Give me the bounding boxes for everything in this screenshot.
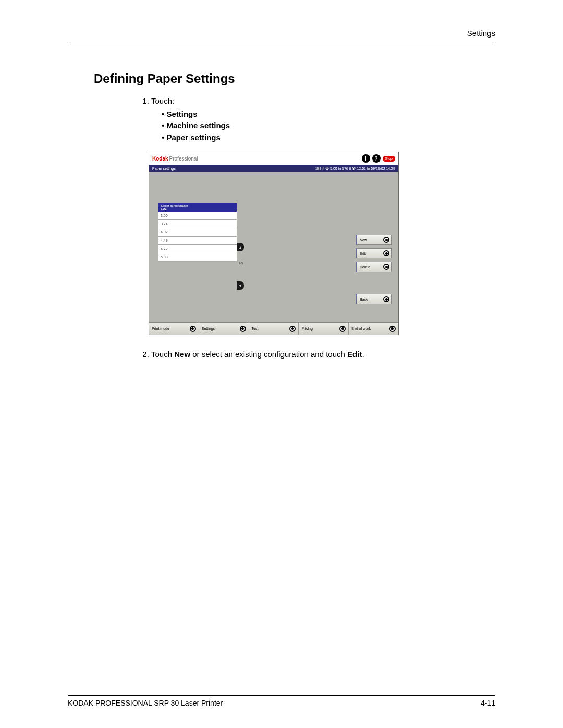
config-row[interactable]: 4.49 [158,237,237,245]
print-mode-label: Print mode [152,327,169,330]
config-row[interactable]: 4.72 [158,245,237,253]
page-footer: KODAK PROFESSIONAL SRP 30 Laser Printer … [68,695,495,707]
header-rule [68,45,495,45]
touch-path-item: Settings [162,108,495,120]
radio-icon [240,326,246,332]
page-header-section: Settings [68,29,495,38]
footer-page-number: 4-11 [481,699,495,707]
step-2-text-a: Touch [151,350,174,359]
brand-professional: Professional [169,156,198,162]
test-button[interactable]: Test [249,323,299,335]
page-indicator: 1/3 [239,262,243,265]
bottom-nav: Print mode Settings Test Pricing End of … [149,322,398,335]
edit-button[interactable]: Edit [356,248,392,258]
footer-product: KODAK PROFESSIONAL SRP 30 Laser Printer [68,699,223,707]
step-2-bold-edit: Edit [347,350,362,359]
help-icon[interactable]: ? [372,154,381,163]
info-icon[interactable]: i [362,154,370,163]
pricing-label: Pricing [301,327,312,330]
end-of-work-button[interactable]: End of work [349,323,398,335]
status-bar: Paper settings 183 ft ⦿ 5.00 in 176 ft ⦿… [149,165,398,172]
embedded-screenshot: Kodak Professional i ? Stop Paper settin… [149,152,399,335]
step-2-text-c: . [362,350,364,359]
new-button-label: New [360,238,367,242]
config-list: Select configuration 3.23 3.50 3.74 4.02… [158,203,237,262]
config-row[interactable]: 3.50 [158,212,237,220]
step-1-lead: Touch: [151,96,174,105]
step-2-bold-new: New [174,350,190,359]
edit-button-label: Edit [360,252,366,255]
status-title: Paper settings [152,167,176,170]
delete-button-label: Delete [360,265,370,269]
step-2: Touch New or select an existing configur… [151,350,495,359]
status-readout: 183 ft ⦿ 5.00 in 176 ft ⦿ 12.01 in 09/19… [315,167,395,170]
back-button-label: Back [360,298,368,301]
pricing-button[interactable]: Pricing [299,323,349,335]
radio-icon [289,326,296,332]
scroll-down-icon[interactable]: ▼ [237,281,244,290]
print-mode-button[interactable]: Print mode [149,323,199,335]
config-row[interactable]: 3.74 [158,220,237,228]
config-selected-value[interactable]: 3.23 [161,207,235,211]
scroll-up-icon[interactable]: ▲ [237,243,244,251]
titlebar: Kodak Professional i ? Stop [149,152,398,165]
new-button[interactable]: New [356,235,392,245]
radio-icon [190,326,196,332]
brand-kodak: Kodak [152,156,168,162]
end-of-work-label: End of work [351,327,371,330]
radio-icon [339,326,346,332]
settings-label: Settings [202,327,215,330]
stop-button[interactable]: Stop [383,156,395,162]
step-2-text-b: or select an existing configuration and … [190,350,347,359]
step-1: Touch: Settings Machine settings Paper s… [151,95,495,143]
test-label: Test [252,327,259,330]
radio-icon [389,326,396,332]
radio-icon [383,296,389,302]
touch-path-item: Paper settings [162,132,495,144]
delete-button[interactable]: Delete [356,262,392,272]
config-row[interactable]: 4.02 [158,228,237,237]
section-title: Defining Paper Settings [94,71,495,86]
touch-path-item: Machine settings [162,120,495,132]
radio-icon [383,250,389,256]
back-button[interactable]: Back [356,294,392,304]
config-row[interactable]: 5.00 [158,253,237,262]
settings-button[interactable]: Settings [199,323,249,335]
config-list-header: Select configuration 3.23 [158,203,237,212]
radio-icon [383,237,389,243]
radio-icon [383,264,389,270]
